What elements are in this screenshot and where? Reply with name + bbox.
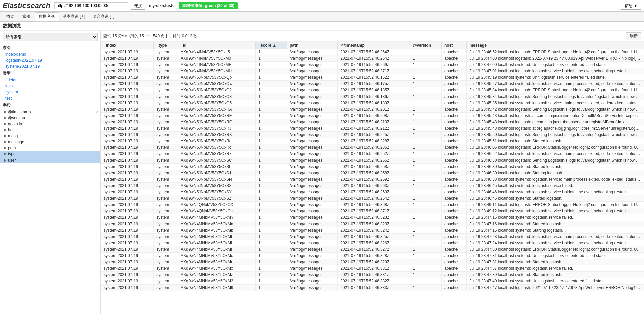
nav-item-1[interactable]: 索引: [19, 12, 34, 21]
table-row[interactable]: system-2021.07.19systemAXq9wN4MNbMV53Y5O…: [101, 272, 644, 278]
sidebar-index-item[interactable]: logstash-2021.07.19: [0, 57, 100, 63]
nav-item-4[interactable]: 复合查询 [+]: [89, 12, 118, 21]
table-row[interactable]: system-2021.07.19systemAXq9wN5JNbMV53Y5O…: [101, 189, 644, 195]
table-header-cell[interactable]: host: [441, 42, 466, 49]
table-cell: /var/log/messages: [287, 246, 337, 253]
index-selector-section: 所有索引: [0, 32, 100, 44]
sidebar-field-item[interactable]: path: [0, 145, 100, 151]
table-cell: Jul 19 23:47:47 localhost logstash: 2021…: [467, 285, 644, 291]
url-input[interactable]: [54, 2, 128, 9]
sidebar-field-item[interactable]: mesg: [0, 133, 100, 139]
table-cell: system-2021.07.19: [101, 189, 154, 195]
table-header-cell[interactable]: _index: [101, 42, 154, 49]
table-row[interactable]: system-2021.07.19systemAXq9wN4INbMV53Y5O…: [101, 49, 644, 55]
table-row[interactable]: system-2021.07.19systemAXq9wN4INbMV53Y5O…: [101, 68, 644, 74]
table-row[interactable]: system-2021.07.19systemAXq9wN5JNbMV53Y5O…: [101, 119, 644, 125]
table-row[interactable]: system-2021.07.19systemAXq9wN4MNbMV53Y5O…: [101, 221, 644, 227]
table-cell: apache: [441, 93, 466, 100]
nav-item-3[interactable]: 基本查询 [+]: [59, 12, 88, 21]
table-cell: 2021-07-19T15:52:46.189Z: [338, 100, 410, 106]
table-row[interactable]: system-2021.07.19systemAXq9wN4MNbMV53Y5O…: [101, 240, 644, 246]
sidebar-field-item[interactable]: host: [0, 127, 100, 133]
table-cell: 2021-07-19T15:52:46.263Z: [338, 189, 410, 195]
table-row[interactable]: system-2021.07.19systemAXq9wN4MNbMV53Y5O…: [101, 253, 644, 259]
table-row[interactable]: system-2021.07.19systemAXq9wN5JNbMV53Y5O…: [101, 106, 644, 113]
sidebar-field-item[interactable]: message: [0, 139, 100, 145]
sidebar-field-item[interactable]: type: [0, 151, 100, 157]
index-select[interactable]: 所有索引: [3, 33, 98, 41]
table-header-cell[interactable]: _score ▲: [256, 42, 287, 49]
sidebar-index-item[interactable]: system-2021.07.19: [0, 63, 100, 69]
table-cell: AXq9wN4INbMV53Y5OxMF: [178, 62, 256, 68]
data-table-container[interactable]: _index_type_id_score ▲path@timestamp@ver…: [101, 42, 644, 314]
table-row[interactable]: system-2021.07.19systemAXq9wN5JNbMV53Y5O…: [101, 138, 644, 144]
table-cell: system: [154, 157, 178, 164]
table-cell: /var/log/messages: [287, 195, 337, 202]
table-row[interactable]: system-2021.07.19systemAXq9wN4MNbMV53Y5O…: [101, 227, 644, 234]
nav-item-2[interactable]: 数据浏览: [35, 12, 58, 21]
table-cell: system-2021.07.19: [101, 246, 154, 253]
sidebar-field-item[interactable]: user: [0, 157, 100, 163]
info-button[interactable]: 信息 ▼: [621, 2, 641, 10]
table-row[interactable]: system-2021.07.19systemAXq9wN4MNbMV53Y5O…: [101, 214, 644, 221]
table-row[interactable]: system-2021.07.19systemAXq9wN5JNbMV53Y5O…: [101, 183, 644, 189]
table-row[interactable]: system-2021.07.19systemAXq9wN5JNbMV53Y5O…: [101, 125, 644, 132]
table-cell: system: [154, 170, 178, 176]
table-header-cell[interactable]: message: [467, 42, 644, 49]
refresh-button[interactable]: 刷新: [626, 32, 641, 40]
table-header-cell[interactable]: path: [287, 42, 337, 49]
table-row[interactable]: system-2021.07.19systemAXq9wN5JNbMV53Y5O…: [101, 176, 644, 183]
table-row[interactable]: system-2021.07.19systemAXq9wN4MNbMV53Y5O…: [101, 246, 644, 253]
table-row[interactable]: system-2021.07.19systemAXq9wN5JNbMV53Y5O…: [101, 93, 644, 100]
table-row[interactable]: system-2021.07.19systemAXq9wN4MNbMV53Y5O…: [101, 285, 644, 291]
table-row[interactable]: system-2021.07.19systemAXq9wN5JNbMV53Y5O…: [101, 164, 644, 170]
table-cell: system: [154, 164, 178, 170]
connect-button[interactable]: 连接: [131, 2, 145, 10]
table-header-cell[interactable]: _id: [178, 42, 256, 49]
sidebar-field-item[interactable]: @version: [0, 115, 100, 121]
table-cell: 1: [256, 49, 287, 55]
table-row[interactable]: system-2021.07.19systemAXq9wN4QNbMV53Y5O…: [101, 208, 644, 214]
table-row[interactable]: system-2021.07.19systemAXq9wN5JNbMV53Y5O…: [101, 151, 644, 157]
table-cell: /var/log/messages: [287, 49, 337, 55]
table-cell: /var/log/messages: [287, 119, 337, 125]
table-row[interactable]: system-2021.07.19systemAXq9wN5JNbMV53Y5O…: [101, 157, 644, 164]
table-row[interactable]: system-2021.07.19systemAXq9wN4MNbMV53Y5O…: [101, 259, 644, 265]
table-row[interactable]: system-2021.07.19systemAXq9wN4INbMV53Y5O…: [101, 62, 644, 68]
table-cell: AXq9wN5JNbMV53Y5OxRd: [178, 138, 256, 144]
table-row[interactable]: system-2021.07.19systemAXq9wN5JNbMV53Y5O…: [101, 100, 644, 106]
nav-item-0[interactable]: 概览: [3, 12, 18, 21]
table-cell: system: [154, 113, 178, 119]
table-row[interactable]: system-2021.07.19systemAXq9wN5JNbMV53Y5O…: [101, 132, 644, 138]
sidebar-type-item[interactable]: _default_: [0, 77, 100, 83]
sidebar-index-item[interactable]: index-demo: [0, 51, 100, 57]
table-row[interactable]: system-2021.07.19systemAXq9wN4MNbMV53Y5O…: [101, 278, 644, 285]
table-row[interactable]: system-2021.07.19systemAXq9wN4QNbMV53Y5O…: [101, 202, 644, 208]
table-row[interactable]: system-2021.07.19systemAXq9wN5JNbMV53Y5O…: [101, 74, 644, 81]
table-row[interactable]: system-2021.07.19systemAXq9wN4MNbMV53Y5O…: [101, 265, 644, 272]
table-row[interactable]: system-2021.07.19systemAXq9wN4MNbMV53Y5O…: [101, 234, 644, 240]
table-header-cell[interactable]: _type: [154, 42, 178, 49]
table-row[interactable]: system-2021.07.19systemAXq9wN5JNbMV53Y5O…: [101, 144, 644, 151]
table-row[interactable]: system-2021.07.19systemAXq9wN4INbMV53Y5O…: [101, 55, 644, 62]
table-cell: system-2021.07.19: [101, 151, 154, 157]
table-cell: AXq9wN5JNbMV53Y5OxRG: [178, 119, 256, 125]
table-cell: 1: [256, 113, 287, 119]
table-cell: 1: [410, 106, 441, 113]
sidebar-field-item[interactable]: geoip.ip: [0, 121, 100, 127]
table-row[interactable]: system-2021.07.19systemAXq9wN5JNbMV53Y5O…: [101, 195, 644, 202]
table-row[interactable]: system-2021.07.19systemAXq9wN5JNbMV53Y5O…: [101, 113, 644, 119]
sidebar-type-item[interactable]: logs: [0, 83, 100, 89]
table-row[interactable]: system-2021.07.19systemAXq9wN5JNbMV53Y5O…: [101, 81, 644, 87]
table-cell: 1: [410, 93, 441, 100]
sidebar-type-item[interactable]: system: [0, 89, 100, 95]
table-row[interactable]: system-2021.07.19systemAXq9wN5JNbMV53Y5O…: [101, 170, 644, 176]
table-cell: system-2021.07.19: [101, 234, 154, 240]
sidebar-field-item[interactable]: @timestamp?: [0, 109, 100, 115]
table-header-cell[interactable]: @version: [410, 42, 441, 49]
table-cell: /var/log/messages: [287, 93, 337, 100]
table-cell: Jul 19 23:47:23 localhost systemd: logst…: [467, 234, 644, 240]
sidebar-type-item[interactable]: test: [0, 95, 100, 101]
table-header-cell[interactable]: @timestamp: [338, 42, 410, 49]
table-row[interactable]: system-2021.07.19systemAXq9wN5JNbMV53Y5O…: [101, 87, 644, 93]
